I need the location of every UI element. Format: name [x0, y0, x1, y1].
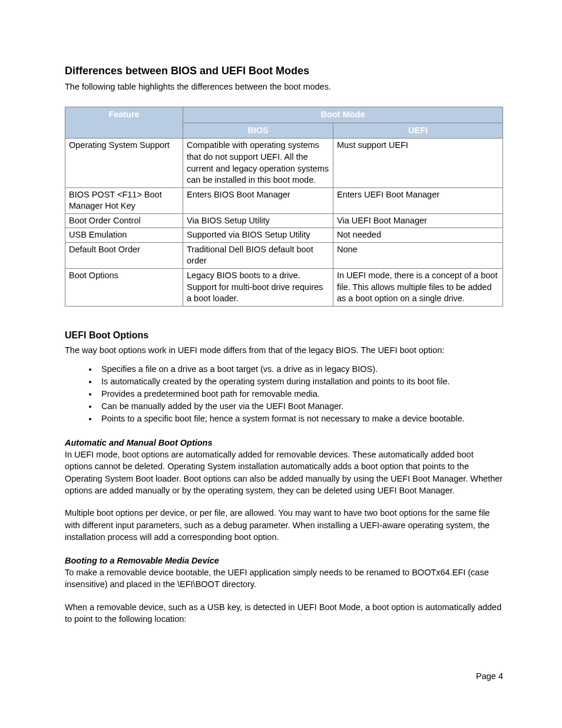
- list-item: Points to a specific boot file; hence a …: [98, 413, 503, 425]
- paragraph: In UEFI mode, boot options are automatic…: [65, 449, 503, 496]
- cell-uefi: Via UEFI Boot Manager: [333, 213, 503, 228]
- cell-bios: Enters BIOS Boot Manager: [183, 187, 333, 213]
- cell-bios: Compatible with operating systems that d…: [183, 139, 333, 187]
- table-row: Default Boot OrderTraditional Dell BIOS …: [65, 242, 503, 268]
- uefi-boot-options-list: Specifies a file on a drive as a boot ta…: [65, 363, 503, 425]
- section-intro-differences: The following table highlights the diffe…: [65, 81, 503, 93]
- cell-bios: Via BIOS Setup Utility: [183, 213, 333, 228]
- list-item: Can be manually added by the user via th…: [98, 400, 503, 413]
- table-row: Boot Order ControlVia BIOS Setup Utility…: [65, 213, 503, 228]
- cell-uefi: Not needed: [333, 228, 503, 243]
- table-row: Operating System SupportCompatible with …: [65, 139, 503, 187]
- table-row: USB EmulationSupported via BIOS Setup Ut…: [65, 228, 503, 243]
- cell-uefi: In UEFI mode, there is a concept of a bo…: [333, 269, 503, 307]
- cell-uefi: Must support UEFI: [333, 139, 503, 187]
- cell-bios: Traditional Dell BIOS default boot order: [183, 242, 333, 268]
- table-row: Boot OptionsLegacy BIOS boots to a drive…: [65, 269, 503, 307]
- list-item: Provides a predetermined boot path for r…: [98, 388, 503, 400]
- section-heading-uefi-boot-options: UEFI Boot Options: [65, 330, 503, 341]
- section-heading-differences: Differences between BIOS and UEFI Boot M…: [65, 65, 503, 77]
- cell-feature: BIOS POST <F11> Boot Manager Hot Key: [65, 187, 183, 213]
- cell-bios: Legacy BIOS boots to a drive. Support fo…: [183, 269, 333, 307]
- cell-uefi: Enters UEFI Boot Manager: [333, 187, 503, 213]
- th-bios: BIOS: [183, 123, 333, 139]
- th-uefi: UEFI: [333, 123, 503, 139]
- cell-feature: Operating System Support: [65, 139, 183, 187]
- paragraph: To make a removable device bootable, the…: [65, 566, 503, 591]
- boot-modes-table: Feature Boot Mode BIOS UEFI Operating Sy…: [65, 107, 503, 306]
- list-item: Specifies a file on a drive as a boot ta…: [98, 363, 503, 375]
- paragraph: When a removable device, such as a USB k…: [65, 601, 503, 625]
- cell-feature: Boot Order Control: [65, 213, 183, 228]
- cell-feature: Default Boot Order: [65, 242, 183, 268]
- paragraph: Multiple boot options per device, or per…: [65, 507, 503, 543]
- cell-feature: Boot Options: [65, 269, 183, 307]
- table-body: Operating System SupportCompatible with …: [65, 139, 503, 306]
- section-intro-uefi: The way boot options work in UEFI mode d…: [65, 344, 503, 356]
- table-row: BIOS POST <F11> Boot Manager Hot KeyEnte…: [65, 187, 503, 213]
- th-boot-mode: Boot Mode: [183, 107, 503, 123]
- subheading-auto-manual: Automatic and Manual Boot Options: [65, 438, 503, 447]
- cell-feature: USB Emulation: [65, 228, 183, 243]
- th-feature: Feature: [65, 107, 183, 139]
- page-number: Page 4: [476, 671, 503, 681]
- list-item: Is automatically created by the operatin…: [98, 375, 503, 388]
- cell-bios: Supported via BIOS Setup Utility: [183, 228, 333, 243]
- cell-uefi: None: [333, 242, 503, 268]
- subheading-removable-media: Booting to a Removable Media Device: [65, 556, 503, 565]
